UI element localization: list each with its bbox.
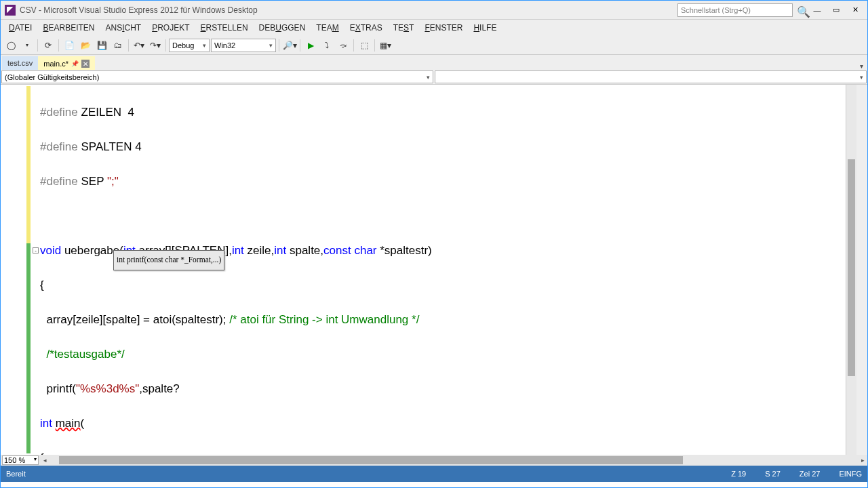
status-char: Zei 27 bbox=[800, 470, 821, 478]
new-file-button[interactable]: 📄 bbox=[62, 38, 77, 53]
menu-bar: DATEI BEARBEITEN ANSICHT PROJEKT ERSTELL… bbox=[1, 20, 867, 36]
vs-icon bbox=[5, 5, 16, 16]
menu-bearbeiten[interactable]: BEARBEITEN bbox=[37, 22, 100, 34]
editor: - #define ZEILEN 4 #define SPALTEN 4 #de… bbox=[1, 85, 867, 455]
status-line: Z 19 bbox=[731, 470, 746, 478]
step-into-button[interactable]: ⤵ bbox=[319, 38, 334, 53]
menu-extras[interactable]: EXTRAS bbox=[344, 22, 388, 34]
tab-testcsv[interactable]: test.csv bbox=[2, 56, 38, 70]
horizontal-scrollbar[interactable] bbox=[59, 456, 848, 464]
status-bar: Bereit Z 19 S 27 Zei 27 EINFG bbox=[1, 466, 867, 482]
btn-ext1[interactable]: ⬚ bbox=[357, 38, 372, 53]
nav-back-button[interactable]: ◯ bbox=[3, 38, 18, 53]
title-bar: CSV - Microsoft Visual Studio Express 20… bbox=[1, 1, 867, 20]
minimize-button[interactable]: — bbox=[809, 3, 825, 17]
code-area[interactable]: #define ZEILEN 4 #define SPALTEN 4 #defi… bbox=[40, 85, 846, 455]
hscroll-left[interactable]: ◂ bbox=[40, 457, 50, 464]
menu-hilfe[interactable]: HILFE bbox=[468, 22, 502, 34]
redo-button[interactable]: ↷▾ bbox=[148, 38, 163, 53]
document-tabs: test.csv main.c* 📌 ✕ ▾ bbox=[1, 55, 867, 70]
gutter: - bbox=[1, 85, 40, 455]
menu-fenster[interactable]: FENSTER bbox=[419, 22, 468, 34]
window-title: CSV - Microsoft Visual Studio Express 20… bbox=[20, 5, 677, 15]
btn-ext2[interactable]: ▦▾ bbox=[378, 38, 393, 53]
tab-overflow[interactable]: ▾ bbox=[860, 62, 867, 70]
pin-icon[interactable]: 📌 bbox=[71, 60, 79, 67]
save-button[interactable]: 💾 bbox=[94, 38, 109, 53]
find-button[interactable]: 🔎▾ bbox=[282, 38, 297, 53]
navigation-bar: (Globaler Gültigkeitsbereich) bbox=[1, 70, 867, 85]
fold-toggle[interactable]: - bbox=[33, 247, 39, 253]
vertical-scrollbar[interactable] bbox=[846, 85, 856, 455]
start-debug-button[interactable]: ▶ bbox=[303, 38, 318, 53]
vscroll-thumb[interactable] bbox=[848, 159, 855, 376]
menu-datei[interactable]: DATEI bbox=[3, 22, 37, 34]
toolbar: ◯ ▾ ⟳ 📄 📂 💾 🗂 ↶▾ ↷▾ Debug Win32 🔎▾ ▶ ⤵ ⤼… bbox=[1, 36, 867, 55]
hscroll-right[interactable]: ▸ bbox=[858, 457, 867, 464]
step-over-button[interactable]: ⤼ bbox=[336, 38, 351, 53]
horizontal-scrollbar-row: 150 % ◂ ▸ bbox=[1, 455, 867, 466]
hscroll-thumb[interactable] bbox=[59, 456, 683, 464]
tab-close-button[interactable]: ✕ bbox=[81, 60, 90, 68]
platform-dropdown[interactable]: Win32 bbox=[211, 39, 276, 52]
member-dropdown[interactable] bbox=[435, 70, 867, 83]
undo-button[interactable]: ↶▾ bbox=[132, 38, 146, 53]
menu-debuggen[interactable]: DEBUGGEN bbox=[254, 22, 311, 34]
status-insert: EINFG bbox=[839, 470, 862, 478]
quick-launch-input[interactable]: Schnellstart (Strg+Q) bbox=[677, 3, 793, 17]
save-all-button[interactable]: 🗂 bbox=[111, 38, 125, 53]
status-col: S 27 bbox=[765, 470, 781, 478]
scope-dropdown[interactable]: (Globaler Gültigkeitsbereich) bbox=[1, 70, 433, 83]
param-info-tooltip: int printf(const char *_Format,...) bbox=[113, 250, 224, 270]
nav-fwd-button[interactable]: ▾ bbox=[20, 38, 35, 53]
split-handle[interactable] bbox=[856, 85, 867, 455]
refresh-button[interactable]: ⟳ bbox=[41, 38, 56, 53]
status-ready: Bereit bbox=[6, 470, 26, 478]
maximize-button[interactable]: ▭ bbox=[828, 3, 844, 17]
menu-erstellen[interactable]: ERSTELLEN bbox=[195, 22, 254, 34]
open-button[interactable]: 📂 bbox=[78, 38, 93, 53]
tab-mainc[interactable]: main.c* 📌 ✕ bbox=[38, 56, 95, 70]
menu-projekt[interactable]: PROJEKT bbox=[146, 22, 195, 34]
zoom-dropdown[interactable]: 150 % bbox=[2, 455, 39, 465]
search-icon[interactable]: 🔍 bbox=[797, 5, 806, 15]
menu-team[interactable]: TEAM bbox=[311, 22, 344, 34]
menu-test[interactable]: TEST bbox=[388, 22, 420, 34]
config-dropdown[interactable]: Debug bbox=[169, 39, 210, 52]
menu-ansicht[interactable]: ANSICHT bbox=[100, 22, 146, 34]
close-button[interactable]: ✕ bbox=[847, 3, 863, 17]
